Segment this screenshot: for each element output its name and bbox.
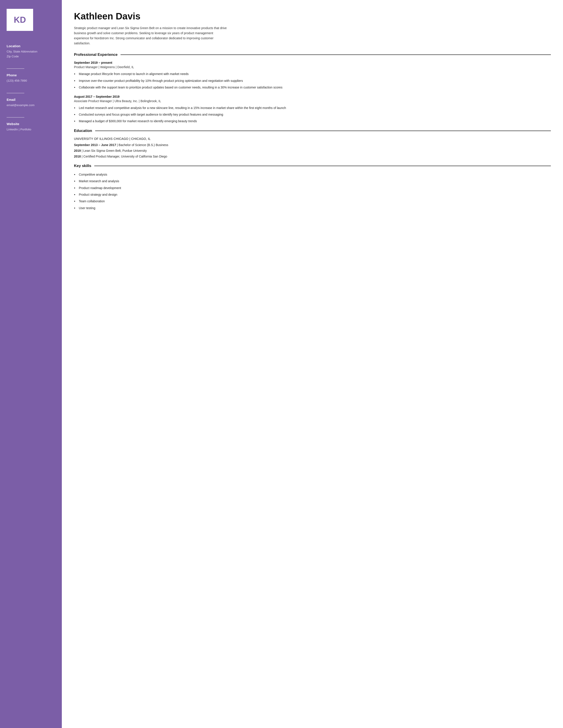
skill-item: Product strategy and design — [74, 192, 551, 197]
education-section-header: Education — [74, 129, 551, 133]
experience-section-header: Professional Experience — [74, 53, 551, 57]
experience-title: Professional Experience — [74, 53, 117, 57]
education-block: UNIVERSITY OF ILLINOIS CHICAGO | Chicago… — [74, 137, 551, 159]
skills-section-header: Key skills — [74, 164, 551, 168]
phone-label: Phone — [7, 73, 55, 77]
sidebar-divider-1 — [7, 68, 24, 69]
avatar-initials: KD — [7, 9, 33, 31]
sidebar-website: Website LinkedIn | Portfolio — [7, 122, 55, 132]
skill-item: Product roadmap development — [74, 186, 551, 190]
edu-entry-1: September 2013 – June 2017 | Bachelor of… — [74, 143, 551, 147]
education-divider — [95, 131, 551, 131]
email-label: Email — [7, 98, 55, 101]
skill-item: Team collaboration — [74, 199, 551, 204]
bullet-item: Improve over-the-counter product profita… — [74, 78, 551, 83]
sidebar: KD Location City, State Abbreviation Zip… — [0, 0, 62, 728]
education-title: Education — [74, 129, 92, 133]
website-label: Website — [7, 122, 55, 126]
job-1-date: September 2019 – present — [74, 61, 551, 64]
skill-item: User testing — [74, 206, 551, 210]
job-2-title: Associate Product Manager | Ultra Beauty… — [74, 99, 551, 103]
edu-entry-2: 2019 | Lean Six Sigma Green Belt, Purdue… — [74, 148, 551, 153]
sidebar-location: Location City, State Abbreviation Zip Co… — [7, 44, 55, 59]
location-label: Location — [7, 44, 55, 48]
phone-value: (123) 456-7890 — [7, 78, 55, 83]
website-value: LinkedIn | Portfolio — [7, 127, 55, 132]
location-value: City, State Abbreviation Zip Code — [7, 49, 55, 59]
job-2-bullets: Led market research and competitive anal… — [74, 105, 551, 124]
skill-item: Competitive analysis — [74, 172, 551, 177]
job-1-title: Product Manager | Walgreens | Deerfield,… — [74, 65, 551, 69]
sidebar-phone: Phone (123) 456-7890 — [7, 73, 55, 83]
candidate-name: Kathleen Davis — [74, 11, 551, 22]
skill-item: Market research and analysis — [74, 179, 551, 184]
sidebar-email: Email email@example.com — [7, 98, 55, 108]
edu-entry-3: 2018 | Certified Product Manager, Univer… — [74, 154, 551, 159]
email-value: email@example.com — [7, 103, 55, 108]
sidebar-divider-2 — [7, 93, 24, 93]
skills-title: Key skills — [74, 164, 91, 168]
bullet-item: Managed a budget of $300,000 for market … — [74, 119, 551, 124]
job-1-bullets: Manage product lifecycle from concept to… — [74, 71, 551, 90]
experience-divider — [120, 54, 551, 55]
summary-text: Strategic product manager and Lean Six S… — [74, 26, 228, 46]
main-content: Kathleen Davis Strategic product manager… — [62, 0, 563, 728]
skills-divider — [94, 166, 551, 166]
bullet-item: Led market research and competitive anal… — [74, 105, 551, 110]
edu-school: UNIVERSITY OF ILLINOIS CHICAGO | Chicago… — [74, 137, 551, 141]
skills-list: Competitive analysis Market research and… — [74, 172, 551, 210]
job-2: August 2017 – September 2019 Associate P… — [74, 95, 551, 124]
job-1: September 2019 – present Product Manager… — [74, 61, 551, 90]
job-2-date: August 2017 – September 2019 — [74, 95, 551, 98]
bullet-item: Manage product lifecycle from concept to… — [74, 71, 551, 76]
sidebar-divider-3 — [7, 117, 24, 118]
bullet-item: Conducted surveys and focus groups with … — [74, 112, 551, 117]
bullet-item: Collaborate with the support team to pri… — [74, 85, 551, 90]
